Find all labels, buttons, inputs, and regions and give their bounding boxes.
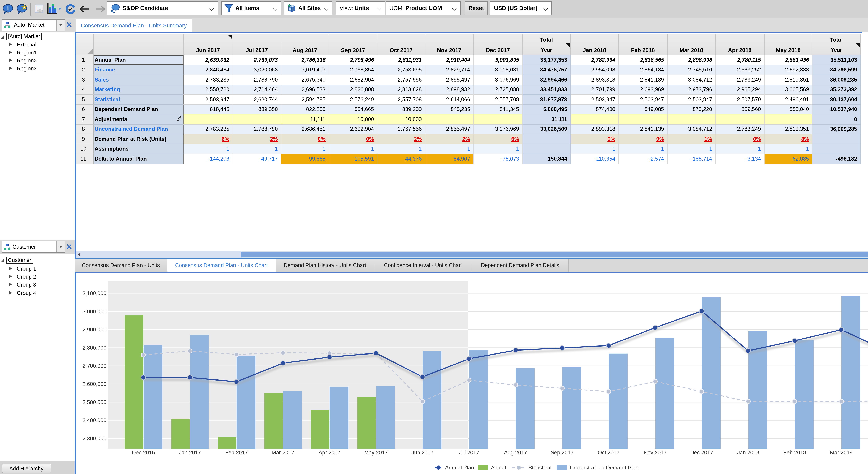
svg-text:Oct 2017: Oct 2017	[598, 449, 620, 455]
svg-text:Sep 2017: Sep 2017	[551, 449, 574, 455]
svg-text:2,500,000: 2,500,000	[83, 399, 106, 405]
svg-text:Apr 2017: Apr 2017	[318, 449, 340, 455]
svg-text:Jan 2017: Jan 2017	[179, 449, 201, 455]
svg-text:Jan 2018: Jan 2018	[737, 449, 759, 455]
svg-text:Nov 2017: Nov 2017	[644, 449, 667, 455]
svg-text:Feb 2018: Feb 2018	[783, 449, 806, 455]
svg-text:May 2017: May 2017	[364, 449, 388, 455]
svg-text:i: i	[7, 5, 9, 12]
svg-text:2,900,000: 2,900,000	[83, 327, 106, 333]
svg-text:Jul 2017: Jul 2017	[459, 449, 479, 455]
svg-text:Jun 2017: Jun 2017	[411, 449, 434, 455]
svg-text:Mar 2018: Mar 2018	[830, 449, 853, 455]
svg-text:Aug 2017: Aug 2017	[504, 449, 527, 455]
svg-text:3,000,000: 3,000,000	[83, 308, 106, 314]
svg-text:2,700,000: 2,700,000	[83, 363, 106, 369]
svg-text:2,600,000: 2,600,000	[83, 381, 106, 387]
svg-text:Annual Plan: Annual Plan	[445, 465, 474, 471]
svg-text:3,100,000: 3,100,000	[83, 290, 106, 296]
svg-text:Unconstrained Demand Plan: Unconstrained Demand Plan	[570, 465, 639, 471]
svg-text:2,400,000: 2,400,000	[83, 417, 106, 423]
svg-text:2,800,000: 2,800,000	[83, 345, 106, 351]
svg-text:Actual: Actual	[491, 465, 506, 471]
svg-text:Feb 2017: Feb 2017	[225, 449, 248, 455]
svg-text:Statistical: Statistical	[528, 465, 552, 471]
svg-text:Dec 2016: Dec 2016	[132, 449, 155, 455]
svg-text:Mar 2017: Mar 2017	[272, 449, 294, 455]
svg-text:2,300,000: 2,300,000	[83, 435, 106, 441]
svg-text:Dec 2017: Dec 2017	[690, 449, 713, 455]
